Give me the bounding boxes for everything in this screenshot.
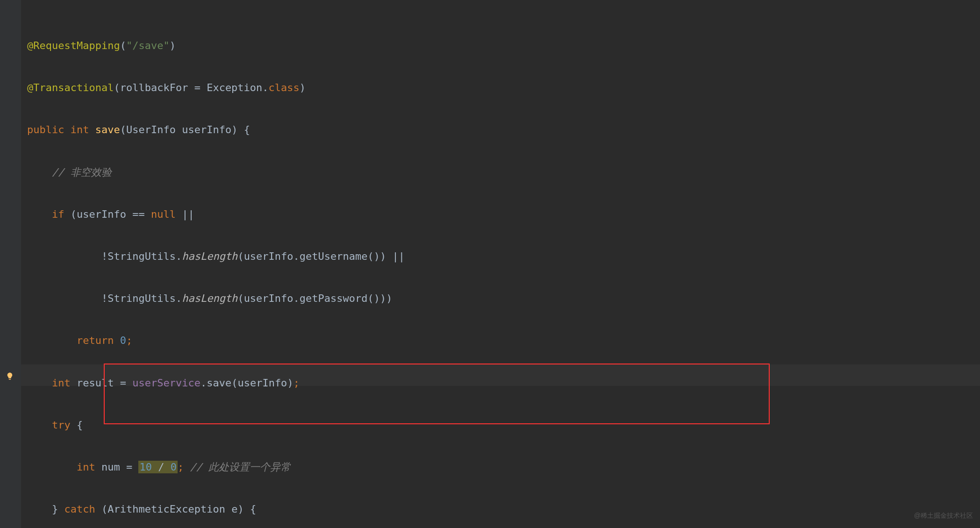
code-line[interactable]: return 0; <box>27 330 510 351</box>
code-line[interactable]: } catch (ArithmeticException e) { <box>27 499 510 520</box>
code-line[interactable]: int result = userService.save(userInfo); <box>27 372 510 393</box>
comment: // 非空效验 <box>52 166 112 178</box>
code-line[interactable]: !StringUtils.hasLength(userInfo.getPassw… <box>27 288 510 309</box>
code-line[interactable]: try { <box>27 414 510 435</box>
code-line[interactable]: @Transactional(rollbackFor = Exception.c… <box>27 77 510 98</box>
code-line[interactable]: public int save(UserInfo userInfo) { <box>27 119 510 140</box>
editor-gutter <box>0 0 21 528</box>
code-line[interactable]: if (userInfo == null || <box>27 204 510 225</box>
watermark-text: @稀土掘金技术社区 <box>914 509 973 522</box>
code-line[interactable]: int num = 10 / 0; // 此处设置一个异常 <box>27 457 510 478</box>
intention-bulb-icon[interactable] <box>6 366 14 375</box>
comment: // 此处设置一个异常 <box>184 461 291 473</box>
code-line[interactable]: @RequestMapping("/save") <box>27 35 510 56</box>
code-line[interactable]: // 非空效验 <box>27 162 510 183</box>
method-name: save <box>95 124 120 136</box>
string-literal: "/save" <box>126 40 170 51</box>
highlighted-expression: 10 / 0 <box>138 461 178 473</box>
annotation: @RequestMapping <box>27 40 120 51</box>
code-editor-content[interactable]: @RequestMapping("/save") @Transactional(… <box>27 14 510 528</box>
code-line[interactable]: !StringUtils.hasLength(userInfo.getUsern… <box>27 246 510 267</box>
annotation: @Transactional <box>27 82 114 93</box>
